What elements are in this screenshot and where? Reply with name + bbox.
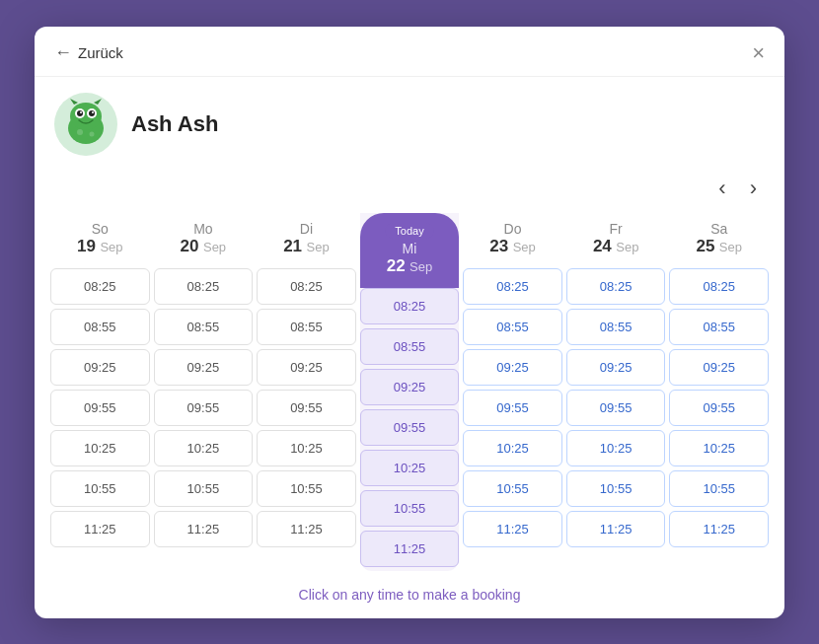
day-name-sa: Sa <box>673 221 765 237</box>
back-label: Zurück <box>78 44 123 61</box>
calendar-grid: So19 Sep08:2508:5509:2509:5510:2510:5511… <box>50 213 769 571</box>
time-slot-so-6[interactable]: 11:25 <box>50 511 150 547</box>
time-slot-do-2[interactable]: 09:25 <box>463 349 562 386</box>
time-slot-fr-1[interactable]: 08:55 <box>566 309 666 345</box>
time-slot-fr-2[interactable]: 09:25 <box>566 349 666 386</box>
back-arrow-icon: ← <box>54 42 72 63</box>
time-slot-mo-3[interactable]: 09:55 <box>154 390 254 426</box>
time-slot-di-0[interactable]: 08:25 <box>257 268 356 305</box>
day-number-sa: 25 Sep <box>673 237 765 256</box>
time-slot-di-6[interactable]: 11:25 <box>257 511 356 547</box>
time-slot-di-3[interactable]: 09:55 <box>257 390 356 426</box>
time-slot-mi-5[interactable]: 10:55 <box>360 490 460 527</box>
profile-section: Ash Ash <box>35 77 784 172</box>
header-left: ← Zurück <box>54 42 123 63</box>
time-slot-do-0[interactable]: 08:25 <box>463 268 562 305</box>
time-slot-do-6[interactable]: 11:25 <box>463 511 562 547</box>
day-name-so: So <box>54 221 146 237</box>
time-slot-so-2[interactable]: 09:25 <box>50 349 150 386</box>
time-slot-mi-1[interactable]: 08:55 <box>360 328 460 365</box>
day-name-do: Do <box>467 221 558 237</box>
svg-marker-8 <box>70 99 78 105</box>
time-slot-so-4[interactable]: 10:25 <box>50 430 150 466</box>
time-slot-sa-3[interactable]: 09:55 <box>669 390 769 426</box>
time-slot-so-0[interactable]: 08:25 <box>50 268 150 305</box>
time-slot-di-4[interactable]: 10:25 <box>257 430 356 466</box>
next-week-button[interactable]: › <box>742 172 765 205</box>
time-slot-mi-4[interactable]: 10:25 <box>360 450 460 486</box>
day-name-di: Di <box>261 221 352 237</box>
day-name-fr: Fr <box>570 221 662 237</box>
time-slot-mo-1[interactable]: 08:55 <box>154 309 254 345</box>
day-number-di: 21 Sep <box>261 237 352 256</box>
svg-point-11 <box>90 131 95 136</box>
svg-point-5 <box>89 110 95 116</box>
day-header-do: Do23 Sep <box>463 213 562 268</box>
day-name-mo: Mo <box>158 221 250 237</box>
close-button[interactable]: × <box>752 42 765 64</box>
time-slot-sa-6[interactable]: 11:25 <box>669 511 769 547</box>
calendar-col-mi: TodayMi22 Sep08:2508:5509:2509:5510:2510… <box>360 213 460 571</box>
time-slot-mi-2[interactable]: 09:25 <box>360 369 460 405</box>
back-button[interactable]: ← Zurück <box>54 42 123 63</box>
day-header-mi: TodayMi22 Sep <box>360 213 460 288</box>
time-slot-di-1[interactable]: 08:55 <box>257 309 356 345</box>
time-slot-do-5[interactable]: 10:55 <box>463 470 562 507</box>
prev-week-button[interactable]: ‹ <box>710 172 733 205</box>
modal-header: ← Zurück × <box>35 27 784 77</box>
calendar-col-sa: Sa25 Sep08:2508:5509:2509:5510:2510:5511… <box>669 213 769 571</box>
time-slot-sa-0[interactable]: 08:25 <box>669 268 769 305</box>
day-header-di: Di21 Sep <box>257 213 356 268</box>
time-slot-do-1[interactable]: 08:55 <box>463 309 562 345</box>
time-slot-so-5[interactable]: 10:55 <box>50 470 150 507</box>
modal-overlay: ← Zurück × <box>0 0 819 644</box>
svg-point-7 <box>92 111 94 113</box>
time-slot-do-3[interactable]: 09:55 <box>463 390 562 426</box>
time-slot-mo-0[interactable]: 08:25 <box>154 268 254 305</box>
today-badge: Today <box>385 223 433 239</box>
time-slot-mi-3[interactable]: 09:55 <box>360 409 460 446</box>
svg-point-10 <box>77 129 83 135</box>
day-header-mo: Mo20 Sep <box>154 213 254 268</box>
time-slot-mo-5[interactable]: 10:55 <box>154 470 254 507</box>
time-slot-fr-6[interactable]: 11:25 <box>566 511 666 547</box>
time-slot-di-5[interactable]: 10:55 <box>257 470 356 507</box>
day-number-so: 19 Sep <box>54 237 146 256</box>
time-slot-sa-1[interactable]: 08:55 <box>669 309 769 345</box>
time-slot-fr-3[interactable]: 09:55 <box>566 390 666 426</box>
day-number-mo: 20 Sep <box>158 237 250 256</box>
avatar <box>54 93 117 156</box>
time-slot-mo-2[interactable]: 09:25 <box>154 349 254 386</box>
day-number-mi: 22 Sep <box>364 256 456 276</box>
calendar-col-fr: Fr24 Sep08:2508:5509:2509:5510:2510:5511… <box>566 213 666 571</box>
calendar-grid-wrapper: So19 Sep08:2508:5509:2509:5510:2510:5511… <box>35 213 784 571</box>
day-header-sa: Sa25 Sep <box>669 213 769 268</box>
time-slot-mi-0[interactable]: 08:25 <box>360 288 460 324</box>
time-slot-fr-5[interactable]: 10:55 <box>566 470 666 507</box>
time-slot-sa-2[interactable]: 09:25 <box>669 349 769 386</box>
svg-point-4 <box>77 110 83 116</box>
day-header-so: So19 Sep <box>50 213 150 268</box>
day-number-do: 23 Sep <box>467 237 558 256</box>
booking-modal: ← Zurück × <box>35 27 784 618</box>
profile-name: Ash Ash <box>131 111 218 137</box>
monster-avatar-icon <box>60 99 112 150</box>
time-slot-mo-4[interactable]: 10:25 <box>154 430 254 466</box>
time-slot-do-4[interactable]: 10:25 <box>463 430 562 466</box>
time-slot-so-3[interactable]: 09:55 <box>50 390 150 426</box>
time-slot-fr-4[interactable]: 10:25 <box>566 430 666 466</box>
time-slot-mo-6[interactable]: 11:25 <box>154 511 254 547</box>
time-slot-mi-6[interactable]: 11:25 <box>360 531 460 567</box>
day-number-fr: 24 Sep <box>570 237 662 256</box>
time-slot-di-2[interactable]: 09:25 <box>257 349 356 386</box>
time-slot-sa-5[interactable]: 10:55 <box>669 470 769 507</box>
time-slot-fr-0[interactable]: 08:25 <box>566 268 666 305</box>
calendar-col-mo: Mo20 Sep08:2508:5509:2509:5510:2510:5511… <box>154 213 254 571</box>
calendar-col-so: So19 Sep08:2508:5509:2509:5510:2510:5511… <box>50 213 150 571</box>
day-header-fr: Fr24 Sep <box>566 213 666 268</box>
calendar-col-do: Do23 Sep08:2508:5509:2509:5510:2510:5511… <box>463 213 562 571</box>
footer-note[interactable]: Click on any time to make a booking <box>35 571 784 618</box>
time-slot-so-1[interactable]: 08:55 <box>50 309 150 345</box>
svg-marker-9 <box>94 99 102 105</box>
time-slot-sa-4[interactable]: 10:25 <box>669 430 769 466</box>
